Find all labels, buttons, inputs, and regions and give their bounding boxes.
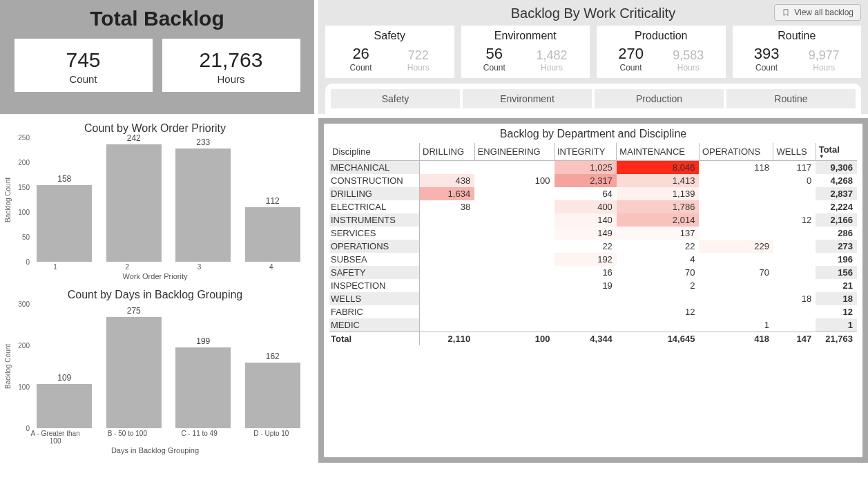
cell[interactable]: [773, 266, 816, 279]
chart-days-grouping[interactable]: Count by Days in Backlog Grouping Backlo…: [3, 289, 307, 454]
row-header[interactable]: Discipline: [329, 143, 420, 161]
tab-safety[interactable]: Safety: [331, 89, 460, 108]
col-header[interactable]: WELLS: [773, 143, 816, 161]
col-header[interactable]: MAINTENANCE: [617, 143, 700, 161]
bar[interactable]: 242: [106, 144, 162, 262]
crit-card-production[interactable]: Production 270Count 9,583Hours: [597, 26, 726, 78]
cell[interactable]: [420, 227, 475, 240]
bar[interactable]: 275: [106, 317, 162, 428]
table-row[interactable]: INSTRUMENTS1402,014122,166: [329, 213, 857, 227]
cell[interactable]: 12: [617, 305, 700, 318]
cell[interactable]: [554, 292, 617, 305]
cell[interactable]: [474, 266, 554, 279]
bar[interactable]: 109: [37, 384, 92, 428]
cell[interactable]: [773, 240, 816, 253]
matrix-table[interactable]: DisciplineDRILLINGENGINEERINGINTEGRITYMA…: [329, 143, 857, 345]
table-row[interactable]: SAFETY167070156: [329, 266, 857, 279]
cell[interactable]: [474, 161, 554, 175]
cell[interactable]: [699, 213, 773, 227]
bar[interactable]: 199: [175, 347, 231, 428]
crit-card-environment[interactable]: Environment 56Count 1,482Hours: [461, 26, 590, 78]
cell[interactable]: [474, 240, 554, 253]
bar[interactable]: 233: [175, 148, 231, 262]
cell[interactable]: [420, 279, 475, 292]
cell[interactable]: 1,025: [554, 161, 617, 175]
col-header[interactable]: OPERATIONS: [699, 143, 773, 161]
cell[interactable]: [773, 227, 816, 240]
cell[interactable]: 438: [420, 174, 475, 187]
cell[interactable]: 118: [699, 161, 773, 175]
crit-card-routine[interactable]: Routine 393Count 9,977Hours: [733, 26, 862, 78]
cell[interactable]: 100: [474, 174, 554, 187]
cell[interactable]: 1,634: [420, 187, 475, 200]
col-header[interactable]: ENGINEERING: [474, 143, 554, 161]
cell[interactable]: 22: [554, 240, 617, 253]
cell[interactable]: [420, 253, 475, 266]
table-row[interactable]: WELLS1818: [329, 292, 857, 305]
cell[interactable]: 140: [554, 213, 617, 227]
cell[interactable]: 117: [773, 161, 816, 175]
bar[interactable]: 162: [245, 363, 300, 428]
cell[interactable]: [474, 292, 554, 305]
cell[interactable]: [699, 200, 773, 213]
cell[interactable]: [773, 200, 816, 213]
cell[interactable]: 70: [617, 266, 700, 279]
cell[interactable]: [420, 266, 475, 279]
tab-routine[interactable]: Routine: [726, 89, 856, 108]
cell[interactable]: 2,014: [617, 213, 700, 227]
cell[interactable]: [617, 292, 700, 305]
cell[interactable]: 19: [554, 279, 617, 292]
table-row[interactable]: MEDIC11: [329, 318, 857, 332]
cell[interactable]: [474, 213, 554, 227]
cell[interactable]: [474, 318, 554, 332]
tab-environment[interactable]: Environment: [463, 89, 592, 108]
cell[interactable]: [699, 279, 773, 292]
cell[interactable]: [773, 279, 816, 292]
col-header-total[interactable]: Total▼: [816, 143, 857, 161]
cell[interactable]: [420, 318, 475, 332]
cell[interactable]: 229: [699, 240, 773, 253]
cell[interactable]: 1,139: [617, 187, 700, 200]
cell[interactable]: 192: [554, 253, 617, 266]
cell[interactable]: 12: [773, 213, 816, 227]
cell[interactable]: [474, 187, 554, 200]
bar[interactable]: 158: [37, 185, 92, 262]
cell[interactable]: [617, 318, 700, 332]
cell[interactable]: [699, 253, 773, 266]
table-row[interactable]: OPERATIONS2222229273: [329, 240, 857, 253]
cell[interactable]: 137: [617, 227, 700, 240]
cell[interactable]: 70: [699, 266, 773, 279]
cell[interactable]: 16: [554, 266, 617, 279]
cell[interactable]: [773, 253, 816, 266]
cell[interactable]: [474, 279, 554, 292]
cell[interactable]: [699, 305, 773, 318]
view-all-backlog-button[interactable]: View all backlog: [774, 4, 861, 21]
cell[interactable]: 149: [554, 227, 617, 240]
crit-card-safety[interactable]: Safety 26Count 722Hours: [325, 26, 454, 78]
table-row[interactable]: INSPECTION19221: [329, 279, 857, 292]
chart-priority[interactable]: Count by Work Order Priority Backlog Cou…: [3, 122, 307, 280]
cell[interactable]: 1: [699, 318, 773, 332]
table-row[interactable]: CONSTRUCTION4381002,3171,41304,268: [329, 174, 857, 187]
cell[interactable]: [699, 292, 773, 305]
cell[interactable]: [773, 187, 816, 200]
cell[interactable]: 2,317: [554, 174, 617, 187]
cell[interactable]: [420, 305, 475, 318]
cell[interactable]: [474, 253, 554, 266]
cell[interactable]: 22: [617, 240, 700, 253]
cell[interactable]: 1,413: [617, 174, 700, 187]
cell[interactable]: [554, 318, 617, 332]
cell[interactable]: [420, 292, 475, 305]
cell[interactable]: 64: [554, 187, 617, 200]
cell[interactable]: 4: [617, 253, 700, 266]
cell[interactable]: [773, 305, 816, 318]
cell[interactable]: [554, 305, 617, 318]
table-row[interactable]: FABRIC1212: [329, 305, 857, 318]
cell[interactable]: [474, 227, 554, 240]
table-row[interactable]: ELECTRICAL384001,7862,224: [329, 200, 857, 213]
col-header[interactable]: DRILLING: [420, 143, 475, 161]
cell[interactable]: 2: [617, 279, 700, 292]
cell[interactable]: [699, 187, 773, 200]
cell[interactable]: [420, 213, 475, 227]
table-row[interactable]: SUBSEA1924196: [329, 253, 857, 266]
